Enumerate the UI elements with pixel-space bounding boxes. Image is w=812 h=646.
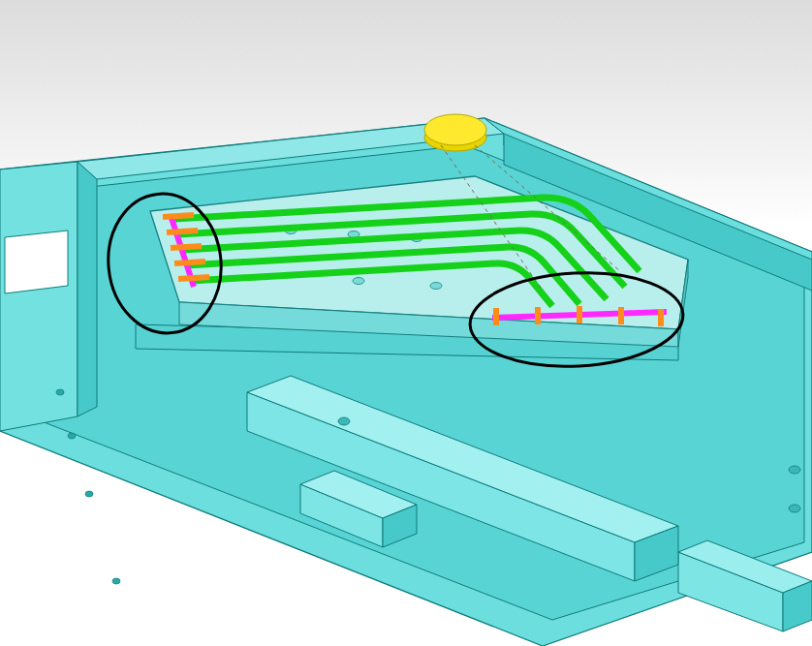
hole-icon	[85, 491, 93, 497]
cad-viewport[interactable]	[0, 0, 812, 646]
hole-icon	[112, 578, 120, 584]
left-wall-inner	[78, 162, 97, 416]
window-cutout	[5, 231, 68, 293]
hole-icon	[789, 505, 800, 512]
hole-icon	[338, 417, 350, 425]
hole-icon	[353, 278, 364, 285]
hole-icon	[56, 389, 64, 395]
connector-left-4	[174, 261, 205, 263]
connector-left-2	[167, 231, 198, 232]
connector-left-3	[171, 246, 202, 248]
svg-point-11	[424, 114, 486, 145]
connector-left-5	[178, 277, 209, 279]
connector-left-1	[163, 215, 194, 217]
hole-icon	[68, 433, 76, 439]
left-wall-outer	[0, 162, 78, 431]
hole-icon	[430, 283, 442, 290]
hole-icon	[789, 466, 800, 474]
